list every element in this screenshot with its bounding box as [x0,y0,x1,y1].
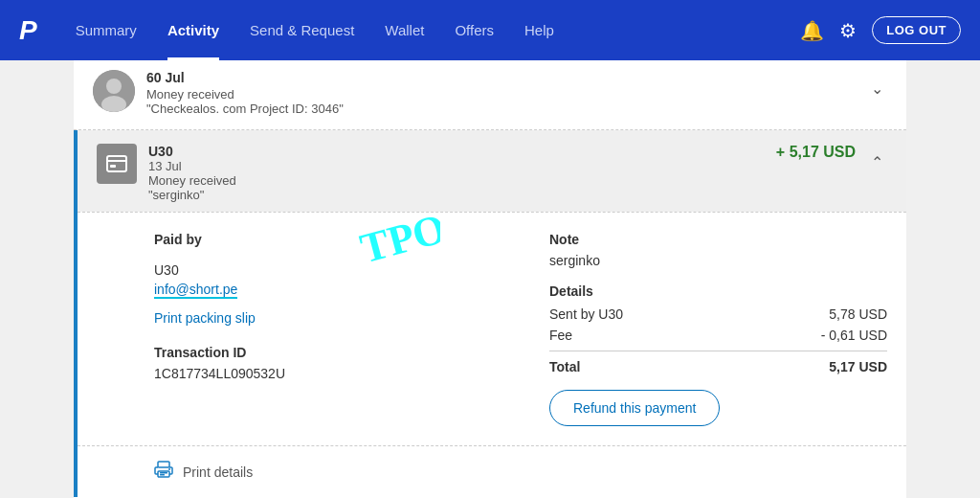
gear-icon[interactable]: ⚙ [839,19,857,42]
transaction-top-note: "Checkealos. com Project ID: 3046" [146,102,856,116]
print-packing-slip-link[interactable]: Print packing slip [154,310,492,326]
print-footer: Print details [78,445,906,497]
transaction-expanded-header: U30 13 Jul Money received "serginko" + 5… [78,130,906,212]
detail-right-column: Note serginko Details Sent by U30 5,78 U… [549,232,887,426]
printer-icon [154,460,173,484]
refund-button[interactable]: Refund this payment [549,390,720,426]
transaction-top-name: 60 Jul [146,70,856,85]
paypal-logo: P [19,15,37,46]
svg-rect-6 [158,462,169,467]
fee-amount: - 0,61 USD [821,328,887,343]
paid-by-label: Paid by [154,232,492,247]
nav-links: Summary Activity Send & Request Wallet O… [60,0,801,60]
logout-button[interactable]: LOG OUT [872,16,961,44]
total-amount: 5,17 USD [829,359,887,374]
svg-point-1 [106,79,122,94]
paid-by-name: U30 [154,262,492,278]
nav-offers[interactable]: Offers [439,0,509,60]
details-label: Details [549,283,887,299]
nav-send-request[interactable]: Send & Request [234,0,369,60]
transaction-expanded-date: 13 Jul [148,159,765,173]
fee-row: Fee - 0,61 USD [549,328,887,343]
chevron-up-icon[interactable]: ⌃ [867,149,887,175]
notification-icon[interactable]: 🔔 [800,19,824,42]
nav-help[interactable]: Help [509,0,569,60]
transaction-id-value: 1C817734LL090532U [154,366,492,381]
total-label: Total [549,359,580,374]
sent-by-label: Sent by U30 [549,306,623,322]
paid-by-email[interactable]: info@short.pe [154,282,237,299]
transaction-expanded-info: U30 13 Jul Money received "serginko" [148,144,765,202]
transaction-expanded-row: U30 13 Jul Money received "serginko" + 5… [74,130,906,497]
divider [549,351,887,351]
svg-rect-9 [160,474,165,476]
detail-section: Paid by U30 info@short.pe Print packing … [78,212,906,445]
total-row: Total 5,17 USD [549,359,887,374]
note-label: Note [549,232,887,247]
fee-label: Fee [549,328,572,343]
navbar: P Summary Activity Send & Request Wallet… [0,0,980,60]
svg-rect-8 [160,472,167,474]
nav-right: 🔔 ⚙ LOG OUT [800,16,961,44]
transaction-top-info: 60 Jul Money received "Checkealos. com P… [146,70,856,116]
transaction-expanded-note: "serginko" [148,188,765,202]
svg-rect-5 [110,165,116,168]
transaction-expanded-type: Money received [148,173,765,188]
nav-wallet[interactable]: Wallet [369,0,439,60]
transaction-icon [97,144,137,184]
transaction-top-row: 60 Jul Money received "Checkealos. com P… [74,60,906,130]
sent-by-amount: 5,78 USD [829,306,887,322]
transaction-amount: + 5,17 USD [776,144,856,161]
note-value: serginko [549,253,887,268]
chevron-down-icon[interactable]: ⌄ [867,76,887,102]
nav-activity[interactable]: Activity [152,0,234,60]
transaction-expanded-name: U30 [148,144,765,159]
nav-summary[interactable]: Summary [60,0,152,60]
transaction-top-type: Money received [146,87,856,102]
svg-point-10 [168,468,170,470]
content-area: 60 Jul Money received "Checkealos. com P… [74,60,906,498]
svg-rect-3 [107,156,126,171]
print-details-link[interactable]: Print details [183,464,253,480]
avatar-top [93,70,135,112]
sent-by-row: Sent by U30 5,78 USD [549,306,887,322]
detail-left-column: Paid by U30 info@short.pe Print packing … [154,232,492,426]
transaction-id-label: Transaction ID [154,345,492,360]
